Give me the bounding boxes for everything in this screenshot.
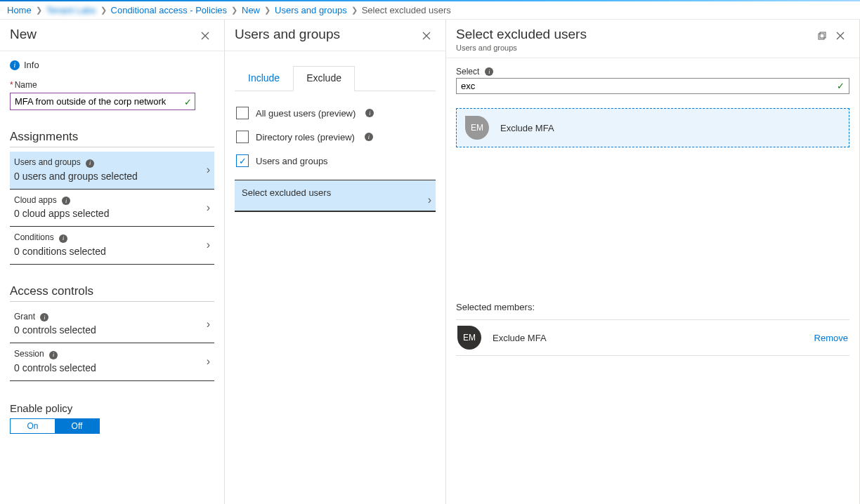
info-label: Info	[24, 60, 39, 70]
blade-title-users-groups: Users and groups	[235, 27, 417, 42]
info-icon: i	[485, 67, 493, 76]
close-icon	[201, 32, 209, 40]
chevron-right-icon: ›	[428, 194, 431, 206]
enable-policy-label: Enable policy	[10, 402, 214, 414]
breadcrumb-home[interactable]: Home	[7, 5, 32, 15]
avatar: EM	[457, 326, 481, 350]
access-control-session[interactable]: Session i 0 controls selected ›	[10, 343, 214, 381]
search-input[interactable]	[461, 81, 837, 91]
breadcrumb-new[interactable]: New	[242, 5, 260, 15]
blade-users-groups: Users and groups Include Exclude All gue…	[225, 20, 446, 504]
selected-members-heading: Selected members:	[456, 302, 849, 312]
close-button[interactable]	[417, 27, 436, 45]
svg-rect-1	[820, 32, 826, 38]
info-icon: i	[10, 60, 20, 70]
chevron-right-icon: ❯	[36, 6, 42, 14]
remove-button[interactable]: Remove	[814, 333, 848, 343]
selected-member-name: Exclude MFA	[493, 333, 803, 343]
chevron-right-icon: ❯	[231, 6, 237, 14]
info-icon: i	[365, 133, 373, 141]
toggle-off[interactable]: Off	[55, 419, 99, 433]
avatar: EM	[465, 116, 489, 140]
chevron-right-icon: ›	[207, 201, 210, 214]
checkbox-icon	[236, 131, 249, 143]
tab-include[interactable]: Include	[235, 66, 293, 91]
access-controls-heading: Access controls	[10, 284, 214, 302]
breadcrumb-users-groups[interactable]: Users and groups	[275, 5, 347, 15]
selected-member-row: EM Exclude MFA Remove	[456, 320, 849, 355]
chevron-right-icon: ❯	[100, 6, 107, 14]
assignments-heading: Assignments	[10, 130, 214, 147]
breadcrumb-policies[interactable]: Conditional access - Policies	[111, 5, 227, 15]
access-control-grant[interactable]: Grant i 0 controls selected ›	[10, 306, 214, 344]
name-input-wrapper: ✓	[10, 93, 195, 110]
info-icon: i	[59, 234, 67, 243]
checkbox-all-guest-users[interactable]: All guest users (preview) i	[235, 101, 436, 125]
close-icon	[836, 32, 845, 40]
select-excluded-users-button[interactable]: Select excluded users ›	[235, 180, 436, 212]
chevron-right-icon: ❯	[351, 6, 358, 14]
assignment-cloud-apps[interactable]: Cloud apps i 0 cloud apps selected ›	[10, 190, 214, 227]
info-icon: i	[62, 197, 70, 205]
search-result-name: Exclude MFA	[500, 123, 554, 133]
blade-select-excluded: Select excluded users Users and groups S…	[446, 20, 860, 504]
search-result-item[interactable]: EM Exclude MFA	[456, 108, 849, 147]
include-exclude-tabs: Include Exclude	[235, 60, 436, 91]
close-button[interactable]	[831, 27, 849, 45]
checkbox-checked-icon: ✓	[236, 154, 249, 167]
info-icon: i	[86, 159, 94, 168]
chevron-right-icon: ❯	[264, 6, 271, 14]
restore-button[interactable]	[813, 27, 831, 45]
blade-subtitle: Users and groups	[456, 44, 813, 52]
tab-exclude[interactable]: Exclude	[293, 66, 355, 91]
name-input[interactable]	[11, 93, 195, 110]
breadcrumb: Home ❯ Tenant Labs ❯ Conditional access …	[0, 1, 860, 20]
restore-icon	[818, 32, 826, 40]
checkmark-icon: ✓	[837, 81, 845, 91]
chevron-right-icon: ›	[207, 164, 210, 176]
info-icon: i	[49, 351, 58, 359]
chevron-right-icon: ›	[207, 239, 210, 251]
checkmark-icon: ✓	[184, 96, 192, 107]
checkbox-icon	[236, 107, 249, 119]
blade-new: New i Info *Name ✓ Assignments Users and…	[0, 20, 225, 504]
search-input-wrapper: ✓	[456, 78, 849, 94]
blade-title-new: New	[10, 27, 196, 42]
chevron-right-icon: ›	[207, 355, 210, 368]
blade-title-select-excluded: Select excluded users	[456, 27, 813, 42]
close-button[interactable]	[196, 27, 214, 45]
checkbox-directory-roles[interactable]: Directory roles (preview) i	[235, 125, 436, 149]
breadcrumb-current: Select excluded users	[362, 5, 451, 15]
toggle-on[interactable]: On	[11, 419, 55, 433]
breadcrumb-org[interactable]: Tenant Labs	[46, 5, 96, 15]
enable-policy-toggle[interactable]: On Off	[10, 418, 100, 434]
info-icon: i	[365, 109, 374, 117]
info-link[interactable]: i Info	[10, 60, 214, 70]
close-icon	[422, 32, 431, 40]
divider	[456, 355, 849, 356]
name-field-label: *Name	[10, 80, 214, 90]
chevron-right-icon: ›	[207, 318, 210, 331]
checkbox-users-groups[interactable]: ✓ Users and groups	[235, 149, 436, 173]
assignment-users-groups[interactable]: Users and groups i 0 users and groups se…	[10, 152, 214, 190]
select-field-label: Select i	[456, 67, 849, 77]
info-icon: i	[40, 313, 48, 321]
assignment-conditions[interactable]: Conditions i 0 conditions selected ›	[10, 227, 214, 265]
svg-rect-0	[819, 34, 824, 39]
